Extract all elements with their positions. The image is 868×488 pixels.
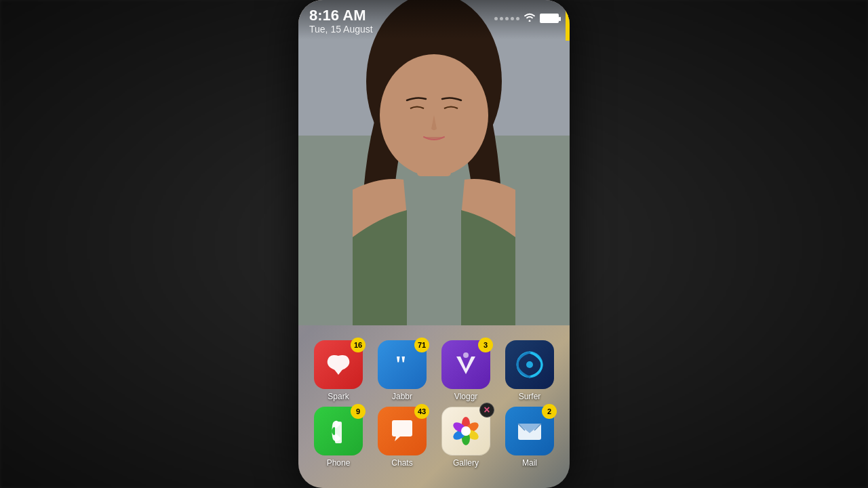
signal-strength <box>494 17 519 20</box>
app-vloggr-wrapper: 3 <box>441 340 490 389</box>
app-jabbr-wrapper: " 71 <box>378 340 427 389</box>
battery-icon <box>540 14 559 23</box>
app-spark-label: Spark <box>328 392 349 401</box>
svg-point-15 <box>461 426 471 436</box>
app-vloggr-label: Vloggr <box>454 392 478 401</box>
app-spark-badge: 16 <box>351 338 366 352</box>
app-spark[interactable]: 16 Spark <box>311 340 366 401</box>
signal-dot-2 <box>500 17 503 20</box>
app-jabbr[interactable]: " 71 Jabbr <box>374 340 430 401</box>
app-mail-label: Mail <box>522 458 537 468</box>
app-row-1: 16 Spark " 71 Jabbr <box>307 340 561 401</box>
app-mail[interactable]: 2 Mail <box>502 407 557 468</box>
app-mail-wrapper: 2 <box>505 407 554 455</box>
date-display: Tue, 15 August <box>309 24 559 35</box>
app-phone-badge: 9 <box>351 404 366 419</box>
signal-dot-5 <box>516 17 519 20</box>
app-row-2: 9 Phone 43 Chats <box>307 407 561 468</box>
signal-dot-3 <box>505 17 509 20</box>
wifi-icon <box>524 12 536 24</box>
status-icons <box>494 12 559 24</box>
svg-text:": " <box>394 351 408 378</box>
app-chats-label: Chats <box>391 458 412 468</box>
app-phone-label: Phone <box>327 458 351 468</box>
app-spark-wrapper: 16 <box>314 340 363 389</box>
svg-point-6 <box>463 352 469 358</box>
app-vloggr[interactable]: 3 Vloggr <box>438 340 494 401</box>
app-surfer[interactable]: Surfer <box>502 340 557 401</box>
app-phone-wrapper: 9 <box>314 407 363 455</box>
app-surfer-icon <box>505 340 554 389</box>
app-jabbr-badge: 71 <box>414 338 429 352</box>
app-gallery[interactable]: Gallery <box>438 407 494 468</box>
svg-point-8 <box>526 361 533 368</box>
yellow-accent-bar <box>566 0 570 41</box>
app-gallery-delete-btn[interactable] <box>479 403 494 418</box>
app-jabbr-label: Jabbr <box>392 392 412 401</box>
signal-dot-1 <box>494 17 498 20</box>
app-chats-badge: 43 <box>414 404 429 419</box>
phone-frame: 8:16 AM Tue, 15 August <box>298 0 570 488</box>
app-mail-badge: 2 <box>542 404 557 419</box>
app-chats[interactable]: 43 Chats <box>374 407 430 468</box>
app-grid: 16 Spark " 71 Jabbr <box>298 340 570 481</box>
status-bar: 8:16 AM Tue, 15 August <box>298 0 570 39</box>
app-gallery-wrapper <box>441 407 490 455</box>
app-surfer-wrapper <box>505 340 554 389</box>
app-vloggr-badge: 3 <box>478 338 493 352</box>
app-chats-wrapper: 43 <box>378 407 427 455</box>
app-phone[interactable]: 9 Phone <box>311 407 366 468</box>
app-gallery-label: Gallery <box>453 458 479 468</box>
signal-dot-4 <box>511 17 514 20</box>
app-surfer-label: Surfer <box>519 392 541 401</box>
